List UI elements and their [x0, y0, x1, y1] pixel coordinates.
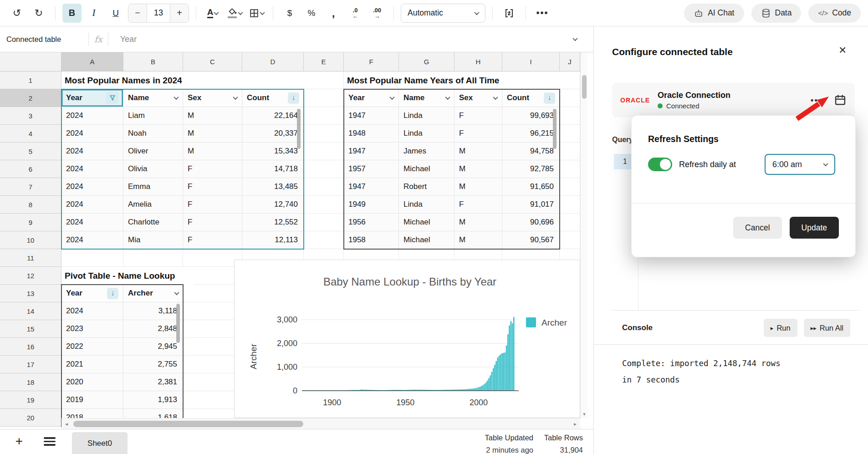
cell-E1[interactable]: [304, 71, 344, 89]
scroll-down-arrow-icon[interactable]: ▾: [581, 410, 588, 418]
table-cell[interactable]: 2,381: [123, 373, 183, 391]
column-header-C[interactable]: C: [183, 52, 242, 71]
row-header-5[interactable]: 5: [0, 143, 61, 160]
cell-C19[interactable]: [183, 391, 242, 409]
table-cell[interactable]: 2022: [61, 338, 123, 356]
table-cell[interactable]: 90,567: [502, 231, 560, 249]
italic-button[interactable]: I: [84, 4, 103, 23]
table-alltime-title-cell[interactable]: Most Popular Name Years of All Time: [344, 71, 560, 89]
cell-C16[interactable]: [183, 338, 242, 356]
table-cell[interactable]: 1956: [344, 214, 399, 231]
table-header-count[interactable]: Count↓: [502, 89, 560, 107]
horizontal-scrollbar[interactable]: ◂ ▸: [61, 418, 580, 429]
redo-button[interactable]: ↻: [29, 4, 48, 23]
formula-input[interactable]: Year: [120, 35, 573, 44]
row-header-7[interactable]: 7: [0, 178, 61, 196]
table-cell[interactable]: 1947: [344, 178, 399, 196]
sort-desc-icon[interactable]: ↓: [544, 92, 555, 104]
table-cell[interactable]: 2024: [61, 160, 123, 178]
table-alltime-scrollbar[interactable]: [553, 109, 557, 149]
table-cell[interactable]: F: [183, 214, 242, 231]
cell-J10[interactable]: [560, 231, 580, 249]
table-cell[interactable]: Oliver: [123, 143, 183, 160]
cell-E7[interactable]: [304, 178, 344, 196]
increase-decimals-button[interactable]: .00→: [368, 4, 387, 23]
cell-J3[interactable]: [560, 107, 580, 125]
row-header-16[interactable]: 16: [0, 338, 61, 356]
row-header-11[interactable]: 11: [0, 249, 61, 267]
table-cell[interactable]: Linda: [399, 107, 454, 125]
table-cell[interactable]: 99,693: [502, 107, 560, 125]
table-cell[interactable]: F: [183, 160, 242, 178]
row-header-14[interactable]: 14: [0, 302, 61, 320]
table-cell[interactable]: 15,343: [242, 143, 304, 160]
table-cell[interactable]: 1957: [344, 160, 399, 178]
table-header-sex[interactable]: Sex: [454, 89, 502, 107]
column-header-F[interactable]: F: [344, 52, 399, 71]
table-header-name[interactable]: Name: [123, 89, 183, 107]
currency-format-button[interactable]: $: [280, 4, 299, 23]
cell-E6[interactable]: [304, 160, 344, 178]
row-header-3[interactable]: 3: [0, 107, 61, 125]
table-cell[interactable]: F: [183, 231, 242, 249]
vertical-scrollbar-thumb[interactable]: [582, 75, 587, 99]
table-cell[interactable]: 2,848: [123, 320, 183, 338]
row-header-1[interactable]: 1: [0, 71, 61, 89]
more-options-button[interactable]: •••: [533, 4, 552, 23]
table-cell[interactable]: M: [183, 107, 242, 125]
table-header-year[interactable]: Year: [344, 89, 399, 107]
decrease-decimals-button[interactable]: .0←: [346, 4, 365, 23]
table-cell[interactable]: 2,755: [123, 356, 183, 373]
table-cell[interactable]: 14,718: [242, 160, 304, 178]
update-button[interactable]: Update: [790, 217, 839, 239]
add-sheet-button[interactable]: +: [11, 433, 27, 449]
comma-format-button[interactable]: ,: [324, 4, 343, 23]
table-cell[interactable]: 13,485: [242, 178, 304, 196]
table-cell[interactable]: 2024: [61, 125, 123, 143]
select-all-corner[interactable]: [0, 52, 61, 71]
table-cell[interactable]: M: [454, 178, 502, 196]
chevron-down-icon[interactable]: [174, 290, 179, 295]
table-cell[interactable]: 12,552: [242, 214, 304, 231]
ai-chat-button[interactable]: AI Chat: [684, 4, 744, 23]
cell-C17[interactable]: [183, 356, 242, 373]
cell-J2[interactable]: [560, 89, 580, 107]
cell-C13[interactable]: [183, 285, 242, 302]
table-cell[interactable]: 2024: [61, 302, 123, 320]
cell-J5[interactable]: [560, 143, 580, 160]
table-cell[interactable]: Linda: [399, 196, 454, 214]
table-cell[interactable]: 12,113: [242, 231, 304, 249]
column-header-I[interactable]: I: [502, 52, 560, 71]
cell-J6[interactable]: [560, 160, 580, 178]
table-cell[interactable]: 3,118: [123, 302, 183, 320]
font-size-increase-button[interactable]: +: [170, 4, 189, 22]
table-cell[interactable]: 91,650: [502, 178, 560, 196]
table-cell[interactable]: Robert: [399, 178, 454, 196]
table-cell[interactable]: 2020: [61, 373, 123, 391]
column-header-A[interactable]: A: [61, 52, 123, 71]
table-cell[interactable]: Amelia: [123, 196, 183, 214]
table-cell[interactable]: M: [183, 125, 242, 143]
table-cell[interactable]: 1947: [344, 107, 399, 125]
table-cell[interactable]: M: [454, 143, 502, 160]
bold-button[interactable]: B: [62, 4, 82, 23]
table-cell[interactable]: 2,945: [123, 338, 183, 356]
row-header-15[interactable]: 15: [0, 320, 61, 338]
table-cell[interactable]: Mia: [123, 231, 183, 249]
chevron-down-icon[interactable]: [174, 95, 179, 100]
table-cell[interactable]: F: [183, 196, 242, 214]
cell-E2[interactable]: [304, 89, 344, 107]
cell-E3[interactable]: [304, 107, 344, 125]
table-cell[interactable]: 12,740: [242, 196, 304, 214]
table-cell[interactable]: 91,017: [502, 196, 560, 214]
table-header-count[interactable]: Count↓: [242, 89, 304, 107]
run-button[interactable]: ▸ Run: [764, 319, 797, 337]
table-2024-title-cell[interactable]: Most Popular Names in 2024: [61, 71, 304, 89]
cell-C15[interactable]: [183, 320, 242, 338]
font-size-value[interactable]: 13: [147, 4, 170, 22]
data-button[interactable]: Data: [751, 4, 802, 23]
cell-J1[interactable]: [560, 71, 580, 89]
column-header-H[interactable]: H: [454, 52, 502, 71]
column-header-J[interactable]: J: [560, 52, 580, 71]
table-cell[interactable]: 2024: [61, 214, 123, 231]
